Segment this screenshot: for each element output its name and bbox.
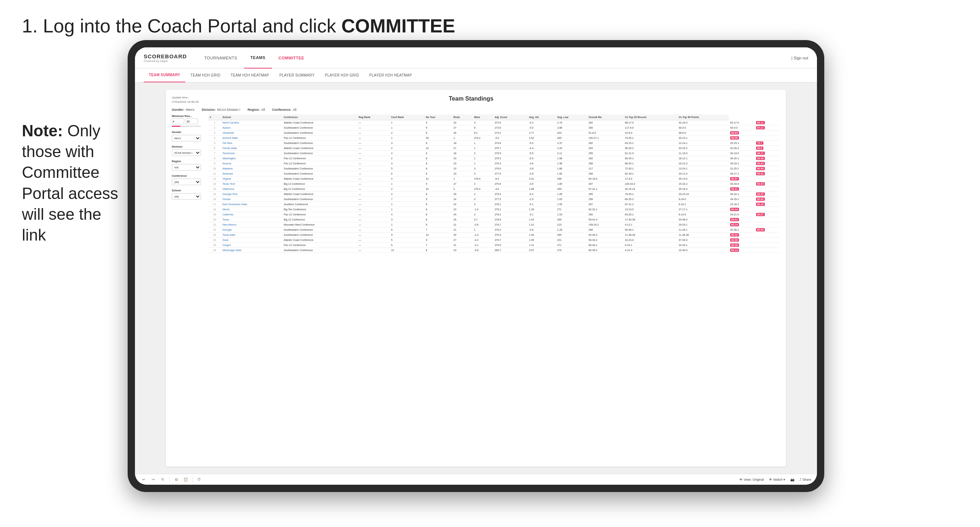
table-row[interactable]: 2AuburnSoutheastern Conference—19276273.… <box>208 125 780 130</box>
filter-region: Region: All <box>248 108 265 111</box>
data-cell: 3 <box>390 217 424 222</box>
data-cell: 12-14-1 <box>677 141 729 146</box>
table-row[interactable]: 4Arizona StatePac-12 Conference—1261274.… <box>208 136 780 141</box>
table-row[interactable]: 23Texas A&MSoutheastern Conference—91030… <box>208 233 780 238</box>
table-row[interactable]: 15Georgia TechAtlantic Coast Conference—… <box>208 192 780 197</box>
table-row[interactable]: 14OklahomaBig 12 Conference—2242276.4-4.… <box>208 187 780 192</box>
share-button[interactable]: ⤴ Share <box>799 478 811 481</box>
data-cell: 2 <box>390 156 424 161</box>
paste-icon[interactable]: 📋 <box>183 477 189 483</box>
table-row[interactable]: 5Ole MissSoutheastern Conference—3618127… <box>208 141 780 146</box>
data-cell: 1.21 <box>528 243 556 248</box>
table-row[interactable]: 26Mississippi StateSoutheastern Conferen… <box>208 248 780 253</box>
watch-button[interactable]: 👁 Watch ▾ <box>769 478 785 481</box>
table-row[interactable]: 8WashingtonPac-12 Conference—28231276.3-… <box>208 156 780 161</box>
table-row[interactable]: 12VirginiaAtlantic Coast Conference—4211… <box>208 176 780 181</box>
data-cell: 91-6-0 <box>587 130 623 136</box>
data-cell: 1 <box>390 125 424 130</box>
school-cell: Texas Tech <box>221 181 282 187</box>
table-row[interactable]: 19CaliforniaPac-12 Conference—48242278.2… <box>208 212 780 217</box>
slider-track[interactable] <box>172 126 201 127</box>
sub-nav-team-summary[interactable]: TEAM SUMMARY <box>144 68 185 83</box>
table-row[interactable]: 18IllinoisBig Ten Conference—1823-1.4279… <box>208 207 780 212</box>
table-row[interactable]: 22GeorgiaSoutheastern Conference—8721127… <box>208 227 780 233</box>
table-row[interactable]: 16FloridaSoutheastern Conference—7924427… <box>208 197 780 202</box>
table-row[interactable]: 24DukeAtlantic Coast Conference—5927-0.4… <box>208 238 780 243</box>
table-row[interactable]: 10AlabamaSoutheastern Conference—5823327… <box>208 166 780 171</box>
data-cell: 279.7 <box>493 238 527 243</box>
data-cell: 1 <box>473 156 493 161</box>
data-cell: 42-16-0 <box>677 120 729 125</box>
rank-cell: 26 <box>208 248 221 253</box>
data-cell: 30-15-10 <box>623 187 677 192</box>
school-cell: Texas <box>221 217 282 222</box>
data-cell: -6.2 <box>528 192 556 197</box>
table-row[interactable]: 7TennesseeSoutheastern Conference—461822… <box>208 151 780 156</box>
data-cell: 11-38-28 <box>623 233 677 238</box>
sidebar-school-select[interactable]: (All) <box>172 193 201 200</box>
data-cell: -3.8 <box>528 171 556 176</box>
undo-icon[interactable]: ↩ <box>141 477 146 483</box>
data-cell: 268 <box>556 176 587 181</box>
data-cell: 82-31-1 <box>587 207 623 212</box>
sign-out-button[interactable]: | Sign out <box>791 56 808 60</box>
data-cell: Southeastern Conference <box>282 248 357 253</box>
redo-icon[interactable]: ↪ <box>150 477 156 483</box>
school-cell: Arizona <box>221 161 282 166</box>
data-cell: 278.8 <box>493 217 527 222</box>
sub-nav-team-h2h-grid[interactable]: TEAM H2H GRID <box>185 68 225 83</box>
nav-item-tournaments[interactable]: TOURNAMENTS <box>198 48 243 68</box>
nav-item-teams[interactable]: TEAMS <box>244 48 272 68</box>
data-cell: 264 <box>587 146 623 151</box>
school-cell: Arizona State <box>221 136 282 141</box>
table-row[interactable]: 25OregonPac-12 Conference—5721-3.1279.51… <box>208 243 780 248</box>
table-row[interactable]: 6Florida StateAtlantic Coast Conference—… <box>208 146 780 151</box>
school-cell: Duke <box>221 238 282 243</box>
sidebar-conference-select[interactable]: (All) <box>172 179 201 185</box>
table-row[interactable]: 9ArizonaPac-12 Conference—38231276.3-4.6… <box>208 161 780 166</box>
screenshot-button[interactable]: 📷 <box>790 478 794 481</box>
sub-nav-player-summary[interactable]: PLAYER SUMMARY <box>274 68 320 83</box>
filter-region-value: All <box>261 108 265 111</box>
view-original-button[interactable]: 👁 View: Original <box>739 478 764 481</box>
data-cell: 1.63 <box>556 197 587 202</box>
clock-icon[interactable]: ⏱ <box>196 477 202 483</box>
sidebar-gender-select[interactable]: Men's <box>172 135 201 141</box>
data-cell: 259 <box>556 187 587 192</box>
data-cell: 2 <box>390 187 424 192</box>
data-cell: 276.4 <box>473 187 493 192</box>
data-cell: 8 <box>424 248 452 253</box>
sidebar-region-select[interactable]: N/A <box>172 164 201 171</box>
table-row[interactable]: 17East Tennessee StateSouthern Conferenc… <box>208 202 780 207</box>
sub-nav-team-h2h-heatmap[interactable]: TEAM H2H HEATMAP <box>225 68 274 83</box>
filter-group-region-sidebar: Region N/A <box>172 160 205 171</box>
data-cell: 277.5 <box>493 197 527 202</box>
table-row[interactable]: 3VanderbiltSoutheastern Conference—28266… <box>208 130 780 136</box>
table-header-row: # School Conference Reg Rank Conf Rank N… <box>208 114 780 120</box>
table-row[interactable]: 13Texas TechBig 12 Conference—19272276.9… <box>208 181 780 187</box>
sub-nav-player-h2h-grid[interactable]: PLAYER H2H GRID <box>320 68 364 83</box>
table-row[interactable]: 1North CarolinaAtlantic Coast Conference… <box>208 120 780 125</box>
data-cell: -2.0 <box>473 233 493 238</box>
data-cell: 278.2 <box>493 212 527 217</box>
filter-conference-value: All <box>293 108 296 111</box>
refresh-icon[interactable]: ↻ <box>160 477 165 483</box>
sub-nav-player-h2h-heatmap[interactable]: PLAYER H2H HEATMAP <box>364 68 417 83</box>
data-cell: 262 <box>587 141 623 146</box>
data-cell: — <box>357 120 390 125</box>
table-row[interactable]: 11ArkansasSoutheastern Conference—682332… <box>208 171 780 176</box>
nav-item-committee[interactable]: COMMITTEE <box>272 48 311 68</box>
data-cell: -4.0 <box>493 136 527 141</box>
table-row[interactable]: 21New MexicoMountain West Conference—193… <box>208 222 780 227</box>
filter-gender-value: Men's <box>186 108 195 111</box>
data-cell: 265 <box>587 192 623 197</box>
data-cell: 2 <box>473 192 493 197</box>
min-input-2[interactable] <box>186 119 198 124</box>
data-cell: 217 <box>587 166 623 171</box>
table-row[interactable]: 20TexasBig 12 Conference—38260.7278.81.4… <box>208 217 780 222</box>
data-cell: 6 <box>473 125 493 130</box>
copy-icon[interactable]: ⧉ <box>173 477 179 483</box>
filter-row: Gender: Men's Division: NCAA Division I … <box>172 108 780 111</box>
min-input-1[interactable] <box>172 119 184 124</box>
sidebar-division-select[interactable]: NCAA Division I <box>172 149 201 156</box>
